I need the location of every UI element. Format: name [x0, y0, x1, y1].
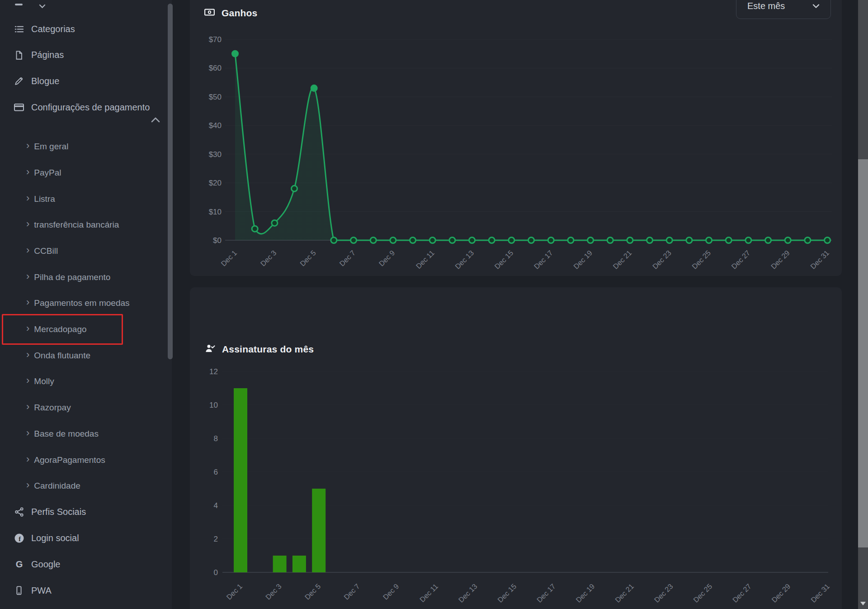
svg-text:2: 2: [214, 535, 218, 543]
chevron-fragment-icon: [39, 3, 46, 11]
sidebar-item-login-social[interactable]: fLogin social: [14, 532, 79, 545]
svg-text:Dec 17: Dec 17: [535, 582, 557, 604]
svg-text:Dec 25: Dec 25: [692, 582, 713, 604]
sidebar-item-label: Em geral: [34, 142, 68, 152]
svg-text:10: 10: [209, 401, 218, 409]
svg-text:0: 0: [214, 568, 218, 577]
chevron-right-icon: ›: [26, 402, 29, 411]
sidebar-item-label: Listra: [34, 194, 55, 204]
chevron-right-icon: ›: [26, 481, 29, 490]
sidebar-item-pilha-de-pagamento[interactable]: ›Pilha de pagamento: [26, 271, 110, 284]
svg-text:Dec 13: Dec 13: [453, 249, 475, 271]
svg-text:Dec 19: Dec 19: [572, 249, 594, 271]
sidebar-item-label: Perfis Sociais: [31, 507, 86, 517]
sidebar-item-perfis-sociais[interactable]: Perfis Sociais: [14, 506, 86, 519]
svg-text:Dec 23: Dec 23: [653, 582, 675, 604]
svg-text:Dec 15: Dec 15: [493, 249, 515, 271]
page-scrollbar-thumb[interactable]: [858, 159, 868, 547]
sidebar-item-em-geral[interactable]: ›Em geral: [26, 140, 68, 153]
sidebar-item-base-de-moedas[interactable]: ›Base de moedas: [26, 428, 99, 440]
svg-text:Dec 7: Dec 7: [342, 582, 361, 601]
chevron-up-icon[interactable]: [149, 115, 163, 125]
svg-text:Dec 27: Dec 27: [730, 249, 752, 271]
svg-text:Dec 29: Dec 29: [769, 249, 791, 271]
sidebar-item-cardinidade[interactable]: ›Cardinidade: [26, 480, 80, 492]
svg-text:Dec 23: Dec 23: [651, 249, 673, 271]
app-root: CategoriasPáginasBlogueConfigurações de …: [0, 0, 868, 609]
chevron-right-icon: ›: [26, 219, 29, 228]
sidebar-item-label: Categorias: [31, 24, 75, 34]
svg-text:Dec 3: Dec 3: [259, 249, 278, 268]
sidebar-item-label: Login social: [31, 533, 79, 543]
credit-card-icon: [14, 102, 24, 113]
chevron-right-icon: ›: [26, 428, 29, 438]
svg-text:Dec 15: Dec 15: [496, 582, 518, 604]
sidebar-item-label: Razorpay: [34, 403, 71, 413]
sidebar-item-label: AgoraPagamentos: [34, 455, 105, 465]
svg-text:Dec 9: Dec 9: [377, 249, 396, 268]
sidebar-item-label: Pilha de pagamento: [34, 272, 110, 282]
svg-text:$0: $0: [213, 236, 222, 245]
svg-text:$30: $30: [209, 150, 222, 159]
sidebar-item-label: Blogue: [31, 76, 59, 86]
sidebar-item-ccbill[interactable]: ›CCBill: [26, 245, 58, 257]
sidebar-item-agorapagamentos[interactable]: ›AgoraPagamentos: [26, 454, 105, 466]
sidebar-item-label: Cardinidade: [34, 481, 80, 491]
sidebar-item-molly[interactable]: ›Molly: [26, 375, 54, 388]
page-scrollbar-down-button[interactable]: [858, 598, 868, 609]
sidebar-item-paginas[interactable]: Páginas: [14, 49, 64, 62]
subscriptions-chart: 024681012Dec 1Dec 3Dec 5Dec 7Dec 9Dec 11…: [190, 287, 842, 609]
clipped-menu-item: [15, 2, 69, 9]
sidebar-item-label: Google: [31, 559, 61, 570]
svg-text:Dec 1: Dec 1: [225, 582, 244, 601]
earnings-card: Ganhos Este mês $0$10$20$30$40$50$60$70D…: [190, 0, 842, 276]
chevron-right-icon: ›: [26, 376, 29, 385]
file-icon: [14, 50, 24, 61]
svg-text:Dec 31: Dec 31: [809, 582, 831, 604]
svg-text:8: 8: [214, 434, 218, 443]
earnings-chart: $0$10$20$30$40$50$60$70Dec 1Dec 3Dec 5De…: [190, 0, 842, 276]
sidebar-item-config-pagamento[interactable]: Configurações de pagamento: [14, 101, 150, 114]
share-icon: [14, 507, 24, 518]
svg-text:Dec 29: Dec 29: [770, 582, 792, 604]
sidebar-item-label: Base de moedas: [34, 429, 99, 439]
sidebar-item-paypal[interactable]: ›PayPal: [26, 167, 61, 179]
svg-text:Dec 7: Dec 7: [338, 249, 357, 268]
sidebar-item-categorias[interactable]: Categorias: [14, 23, 75, 35]
sidebar-item-pagamentos-em-moedas[interactable]: ›Pagamentos em moedas: [26, 297, 130, 309]
svg-text:4: 4: [214, 501, 218, 510]
sidebar-item-label: Mercadopago: [34, 324, 86, 334]
svg-text:Dec 27: Dec 27: [731, 582, 753, 604]
svg-text:f: f: [19, 536, 21, 542]
svg-text:Dec 11: Dec 11: [418, 582, 439, 604]
phone-icon: [14, 585, 24, 596]
sidebar-item-label: Configurações de pagamento: [31, 102, 150, 113]
svg-text:$40: $40: [209, 121, 222, 130]
sidebar-item-google[interactable]: GGoogle: [14, 558, 61, 571]
svg-text:Dec 3: Dec 3: [264, 582, 283, 601]
sidebar-item-onda-flutuante[interactable]: ›Onda flutuante: [26, 349, 90, 362]
sidebar-item-label: CCBill: [34, 246, 58, 256]
svg-text:Dec 25: Dec 25: [690, 249, 712, 271]
svg-text:$60: $60: [209, 64, 222, 72]
svg-text:Dec 13: Dec 13: [457, 582, 479, 604]
sidebar-item-label: Molly: [34, 376, 54, 386]
sidebar-item-pwa[interactable]: PWA: [14, 584, 52, 597]
svg-text:Dec 5: Dec 5: [298, 249, 317, 268]
svg-text:Dec 9: Dec 9: [382, 582, 401, 601]
sidebar: CategoriasPáginasBlogueConfigurações de …: [0, 0, 172, 609]
svg-text:$50: $50: [209, 93, 222, 101]
sidebar-item-label: Páginas: [31, 50, 64, 60]
sidebar-item-mercadopago[interactable]: ›Mercadopago: [26, 323, 87, 336]
sidebar-scrollbar-thumb[interactable]: [168, 4, 173, 359]
chevron-right-icon: ›: [26, 141, 29, 150]
chevron-right-icon: ›: [26, 194, 29, 203]
sidebar-item-listra[interactable]: ›Listra: [26, 193, 55, 205]
chevron-right-icon: ›: [26, 324, 29, 333]
sidebar-item-label: Pagamentos em moedas: [34, 298, 129, 308]
chevron-right-icon: ›: [26, 298, 29, 307]
sidebar-item-razorpay[interactable]: ›Razorpay: [26, 401, 71, 414]
sidebar-item-blogue[interactable]: Blogue: [14, 75, 59, 87]
sidebar-item-transferencia-bancaria[interactable]: ›transferência bancária: [26, 219, 119, 231]
chevron-right-icon: ›: [26, 350, 29, 359]
